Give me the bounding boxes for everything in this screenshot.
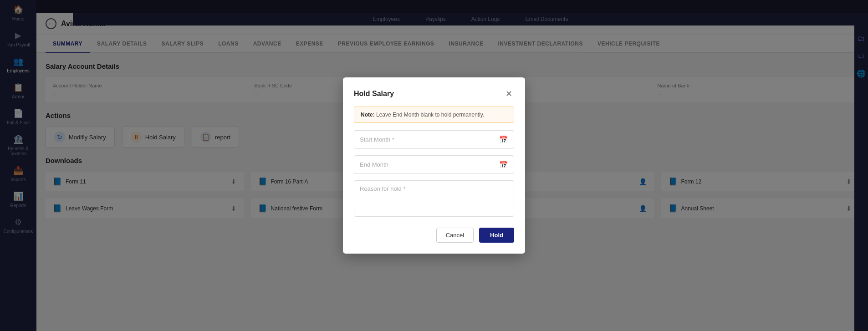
end-month-calendar-icon: 📅 bbox=[499, 160, 508, 169]
modal-note-text: Leave End Month blank to hold permanentl… bbox=[376, 112, 484, 118]
modal-note: Note: Leave End Month blank to hold perm… bbox=[354, 107, 514, 123]
hold-button[interactable]: Hold bbox=[479, 228, 514, 243]
modal-overlay[interactable]: Hold Salary ✕ Note: Leave End Month blan… bbox=[0, 0, 868, 331]
modal-title: Hold Salary bbox=[354, 90, 394, 98]
modal-close-button[interactable]: ✕ bbox=[503, 88, 514, 99]
end-month-field: End Month 📅 bbox=[354, 155, 514, 174]
end-month-placeholder: End Month bbox=[360, 161, 388, 168]
start-month-input[interactable]: Start Month * 📅 bbox=[354, 130, 514, 149]
reason-field bbox=[354, 180, 514, 219]
start-month-calendar-icon: 📅 bbox=[499, 135, 508, 144]
reason-textarea[interactable] bbox=[354, 180, 514, 217]
modal-note-label: Note: bbox=[361, 112, 375, 118]
modal-header: Hold Salary ✕ bbox=[354, 88, 514, 99]
modal-footer: Cancel Hold bbox=[354, 228, 514, 243]
end-month-input[interactable]: End Month 📅 bbox=[354, 155, 514, 174]
start-month-field: Start Month * 📅 bbox=[354, 130, 514, 149]
cancel-button[interactable]: Cancel bbox=[436, 228, 474, 243]
hold-salary-modal: Hold Salary ✕ Note: Leave End Month blan… bbox=[343, 77, 525, 254]
start-month-placeholder: Start Month * bbox=[360, 136, 394, 143]
